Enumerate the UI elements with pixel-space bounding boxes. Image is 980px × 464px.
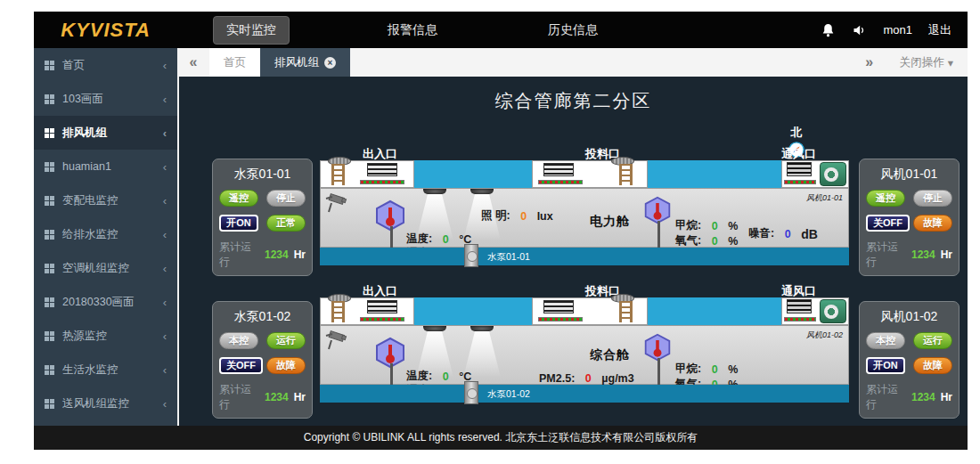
nav-history-info[interactable]: 历史信息 [535,17,610,44]
grid-icon [45,264,54,273]
pump-strip: 水泵01-01 [320,248,849,265]
bell-icon[interactable] [821,22,836,38]
corridor-top-structure [320,297,849,325]
grid-icon [45,230,54,240]
close-operations-dropdown[interactable]: 关闭操作 ▾ [886,48,968,77]
fan-tag-label: 风机01-02 [806,330,843,341]
running-status-button[interactable]: 运行 [913,332,952,349]
tab-exhaust-fan-unit[interactable]: 排风机组 × [260,48,350,77]
runtime-row: 累计运行1234Hr [866,382,952,412]
app-window: KYVISTA 实时监控 报警信息 历史信息 mon1 退出 首页‹ 103画面… [34,12,968,450]
sidebar-item-hvac-unit[interactable]: 空调机组监控‹ [34,251,177,285]
sidebar-item-20180330-screen[interactable]: 20180330画面‹ [34,285,177,319]
ceiling-lamp-icon [470,326,494,378]
sidebar-item-huamian1[interactable]: huamian1‹ [34,150,177,183]
chevron-left-icon: ‹ [163,296,167,309]
running-status-button[interactable]: 运行 [266,332,306,349]
remote-control-button[interactable]: 遥控 [219,190,258,207]
sidebar-item-supply-fan-unit[interactable]: 送风机组监控‹ [34,387,177,420]
nav-realtime-monitor[interactable]: 实时监控 [213,16,290,45]
sidebar-item-exhaust-fan-unit[interactable]: 排风机组‹ [34,116,177,150]
local-control-button[interactable]: 本控 [866,332,905,349]
tab-close-icon[interactable]: × [324,57,336,69]
feed-port-structure [532,297,648,325]
chevron-left-icon: ‹ [163,93,167,106]
tabbar-spacer [350,48,853,77]
sidebar-item-heat-source[interactable]: 热源监控‹ [34,319,177,353]
cabin-name-label: 综合舱 [590,347,630,363]
safety-strip-icon [538,317,583,322]
corridor-top-structure [320,160,849,188]
grid-icon [45,162,54,172]
runtime-row: 累计运行1234Hr [219,240,306,270]
fault-status-button[interactable]: 故障 [913,357,952,374]
grid-icon [45,399,54,409]
grid-icon [45,331,54,341]
fault-status-button[interactable]: 故障 [266,357,306,374]
temperature-sensor-icon [643,333,672,365]
panel-title: 水泵01-02 [219,309,306,325]
noise-reading: 噪音:0dB [748,226,818,241]
cctv-camera-icon [324,191,351,221]
fan-tag-label: 风机01-01 [806,192,843,204]
oxygen-reading: 氧气:0% [675,233,738,248]
stop-status-button[interactable]: 停止 [913,190,952,207]
grid-icon [45,61,54,70]
remote-control-button[interactable]: 遥控 [866,190,905,207]
off-toggle-button[interactable]: 关OFF [219,357,263,374]
panel-title: 风机01-01 [866,167,952,183]
stairs-icon [543,163,574,176]
brand-logo: KYVISTA [34,19,177,42]
logout-button[interactable]: 退出 [928,22,951,38]
pump-icon [464,244,478,267]
vent-louver-icon [787,299,812,313]
stairs-icon [367,163,397,176]
cabin-name-label: 电力舱 [590,214,630,230]
fan-unit-icon [820,299,846,323]
stairs-icon [543,300,574,313]
normal-status-button[interactable]: 正常 [266,215,306,232]
temperature-reading: 温度:0°C [406,369,471,384]
sidebar-item-water-drainage[interactable]: 给排水监控‹ [34,217,177,251]
chevron-left-icon: ‹ [163,126,167,140]
entrance-structure [320,160,414,188]
on-toggle-button[interactable]: 开ON [866,357,905,374]
panel-title: 水泵01-01 [219,167,306,183]
safety-strip-icon [360,180,404,184]
vent-louver-icon [787,162,812,176]
sidebar-item-home[interactable]: 首页‹ [34,48,177,82]
corridor-body: 温度:0°C 湿度:0% 照 明:0lux 电力舱 甲烷:0% 氧气:0% [320,188,849,248]
temperature-sensor-icon [374,337,406,372]
grid-icon [45,196,54,206]
chevron-left-icon: ‹ [163,363,167,377]
diagram-comprehensive-cabin: 出入口 投料口 通风口 [320,283,849,404]
tab-home[interactable]: 首页 [209,48,260,77]
feed-port-structure [532,160,648,188]
safety-strip-icon [360,317,404,322]
pump-icon [464,381,478,404]
fault-status-button[interactable]: 故障 [913,215,952,232]
methane-reading: 甲烷:0% [675,218,738,233]
safety-strip-icon [784,180,816,184]
nav-alarm-info[interactable]: 报警信息 [375,17,450,44]
sidebar-item-power-distribution[interactable]: 变配电监控‹ [34,183,177,217]
speaker-icon[interactable] [852,23,867,37]
local-control-button[interactable]: 本控 [219,332,258,349]
stop-status-button[interactable]: 停止 [266,190,306,207]
sidebar-item-domestic-water[interactable]: 生活水监控‹ [34,353,177,387]
vent-port-structure [781,160,849,188]
username-label: mon1 [883,23,912,37]
sidebar-item-103-screen[interactable]: 103画面‹ [34,82,177,116]
tabs-scroll-left-icon[interactable]: « [177,48,209,77]
top-nav: 实时监控 报警信息 历史信息 [213,16,610,45]
off-toggle-button[interactable]: 关OFF [866,215,910,232]
ladder-icon [331,164,345,185]
tabs-scroll-right-icon[interactable]: » [853,48,886,77]
corridor-body: 温度:0°C 湿度:0% PM2.5:0µg/m3 综合舱 甲烷:0% 氧气:0 [320,325,849,385]
chevron-left-icon: ‹ [163,262,167,275]
stairs-icon [367,300,397,313]
runtime-row: 累计运行1234Hr [219,382,306,412]
ladder-icon [619,301,633,322]
on-toggle-button[interactable]: 开ON [219,215,258,232]
top-header: KYVISTA 实时监控 报警信息 历史信息 mon1 退出 [34,12,968,48]
